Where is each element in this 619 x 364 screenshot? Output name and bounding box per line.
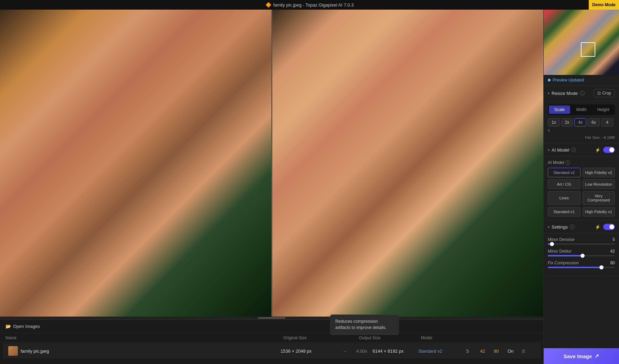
file-name: family pic.jpeg — [21, 349, 49, 354]
model-btn-high-fidelity-v1[interactable]: High Fidelity v1 — [583, 207, 615, 217]
sidebar: ⋯ Preview Updated ▾ Resize Mode i ⊡ Crop — [543, 10, 619, 364]
save-image-button[interactable]: Save Image ↗ — [544, 348, 619, 364]
scroll-thumb — [258, 317, 285, 319]
arrow-icon: → — [343, 349, 356, 354]
minor-denoise-label: Minor Denoise — [548, 237, 574, 242]
minor-denoise-track[interactable] — [548, 243, 615, 245]
file-thumbnail — [8, 346, 18, 356]
fix-compression-thumb[interactable] — [599, 265, 604, 269]
save-icon: ↗ — [595, 353, 599, 359]
bottom-panel: 📂 Open Images Name Original Size Output … — [0, 319, 543, 364]
tooltip-popup: Reduces compression artifacts to improve… — [330, 315, 399, 335]
open-images-button[interactable]: 📂 Open Images — [6, 324, 40, 329]
demo-mode-badge: Demo Mode — [589, 0, 619, 10]
col-output-size: Output Size — [359, 335, 421, 340]
minor-deblur-label: Minor Deblur — [548, 249, 572, 254]
model-btn-standard-v2[interactable]: Standard v2 — [548, 168, 580, 177]
model-btn-lines[interactable]: Lines — [548, 191, 580, 205]
resize-mode-section-header[interactable]: ▾ Resize Mode i ⊡ Crop — [544, 86, 619, 101]
minor-deblur-thumb[interactable] — [580, 254, 585, 258]
minor-denoise-slider-row: Minor Denoise 5 — [548, 237, 615, 245]
scale-2x[interactable]: 2x — [561, 118, 573, 126]
scroll-indicator[interactable] — [0, 317, 543, 319]
col-name: Name — [6, 335, 283, 340]
scale-1x[interactable]: 1x — [548, 118, 560, 126]
resize-info-icon[interactable]: i — [580, 91, 585, 96]
resize-tab-group: Scale Width Height — [548, 104, 615, 115]
fix-compression-track[interactable] — [548, 267, 615, 268]
model-btn-low-resolution[interactable]: Low Resolution — [583, 179, 615, 189]
x-label: x — [548, 128, 550, 133]
ai-model-section-header[interactable]: ▾ AI Model i ⚡ — [544, 143, 619, 157]
tab-height[interactable]: Height — [593, 106, 614, 114]
original-size: 1536 × 2048 px — [281, 349, 343, 354]
table-header: Name Original Size Output Size Model — [0, 333, 543, 343]
model-label: AI Model i — [548, 160, 615, 165]
image-enhanced[interactable] — [272, 10, 544, 317]
save-label: Save Image — [564, 353, 592, 359]
resize-mode-content: Scale Width Height 1x 2x 4x 6x x File Si… — [544, 101, 619, 143]
preview-status: Preview Updated — [544, 75, 619, 86]
custom-scale-input[interactable] — [601, 118, 613, 126]
settings-section-header[interactable]: ▾ Settings i ⚡ — [544, 220, 619, 234]
delete-button[interactable]: 🗑 — [521, 349, 535, 354]
resize-mode-label: Resize Mode — [552, 91, 578, 96]
model-btn-very-compressed[interactable]: Very Compressed — [583, 191, 615, 205]
scale-4x[interactable]: 4x — [574, 118, 586, 126]
settings-content: Minor Denoise 5 Minor Deblur 42 — [544, 234, 619, 276]
thumbnail-selection — [581, 42, 595, 57]
ai-model-lightning-icon: ⚡ — [595, 147, 600, 153]
tab-width[interactable]: Width — [571, 106, 592, 114]
ai-model-content: AI Model i Standard v2 High Fidelity v2 … — [544, 157, 619, 220]
settings-chevron-icon: ▾ — [548, 225, 550, 229]
image-original[interactable] — [0, 10, 272, 317]
ai-model-label: AI Model — [552, 147, 569, 153]
model-info-icon[interactable]: i — [565, 160, 570, 165]
bottom-toolbar: 📂 Open Images — [0, 320, 543, 333]
model-btn-high-fidelity-v2[interactable]: High Fidelity v2 — [583, 168, 615, 177]
ai-model-info-icon[interactable]: i — [571, 147, 576, 152]
output-size: 4.00x 6144 × 8192 px — [356, 349, 418, 354]
denoise-value: 5 — [466, 349, 480, 354]
model-badge: Standard v2 — [418, 349, 466, 354]
image-compare — [0, 10, 543, 317]
settings-info-icon[interactable]: i — [570, 224, 575, 229]
fix-compression-slider-row: Fix Compression 80 — [548, 261, 615, 268]
minor-deblur-slider-row: Minor Deblur 42 — [548, 249, 615, 256]
fix-compression-value: 80 — [610, 261, 615, 265]
minor-deblur-value: 42 — [610, 249, 615, 254]
on-value: On — [508, 349, 521, 354]
minor-deblur-track[interactable] — [548, 255, 615, 256]
settings-label: Settings — [552, 224, 568, 230]
model-btn-art-cg[interactable]: Art / CG — [548, 179, 580, 189]
more-options-button[interactable]: ⋯ — [610, 12, 616, 19]
thumbnail-area: ⋯ — [544, 10, 619, 75]
resize-chevron-icon: ▾ — [548, 91, 550, 95]
file-size: File Size: ~6.1MB — [548, 135, 615, 140]
table-row[interactable]: family pic.jpeg 1536 × 2048 px → 4.00x 6… — [3, 343, 541, 359]
original-face-image — [0, 10, 271, 317]
minor-deblur-fill — [548, 255, 583, 256]
main-area: 📂 Open Images Name Original Size Output … — [0, 10, 619, 364]
fix-compression-label: Fix Compression — [548, 261, 579, 265]
model-grid: Standard v2 High Fidelity v2 Art / CG Lo… — [548, 168, 615, 217]
model-btn-standard-v1[interactable]: Standard v1 — [548, 207, 580, 217]
tab-scale[interactable]: Scale — [549, 106, 570, 114]
enhanced-face-image — [272, 10, 544, 317]
app-icon: 🔶 — [265, 2, 271, 8]
crop-button[interactable]: ⊡ Crop — [594, 89, 615, 97]
ai-model-chevron-icon: ▾ — [548, 148, 550, 152]
deblur-value: 42 — [480, 349, 494, 354]
app-title: family pic.jpeg - Topaz Gigapixel AI 7.0… — [273, 2, 354, 8]
crop-icon: ⊡ — [597, 91, 601, 96]
scale-6x[interactable]: 6x — [588, 118, 600, 126]
compression-value: 80 — [494, 349, 508, 354]
ai-model-toggle[interactable] — [603, 147, 615, 153]
settings-toggle[interactable] — [603, 224, 615, 230]
minor-denoise-thumb[interactable] — [550, 242, 554, 246]
col-original-size: Original Size — [283, 335, 345, 340]
open-folder-icon: 📂 — [6, 324, 11, 329]
settings-lightning-icon: ⚡ — [595, 224, 600, 230]
minor-denoise-value: 5 — [612, 237, 615, 242]
file-name-cell: family pic.jpeg — [8, 346, 281, 356]
